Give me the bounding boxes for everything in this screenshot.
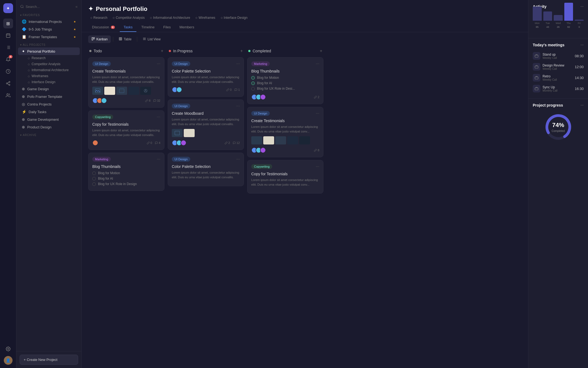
tab-members[interactable]: Members [176,23,198,32]
breadcrumb-infoarch[interactable]: ◇ Informational Architecture [148,15,192,20]
sidebar-item-portfolio[interactable]: ✦ Personal Portfolio [18,47,80,55]
card-meta-td: 8 [314,149,319,152]
nav-share[interactable] [3,79,13,88]
nav-grid[interactable]: ⊞ [3,19,13,28]
check-1 [92,171,96,175]
sidebar-item-daily[interactable]: ⚡ Daily Tasks [18,108,80,116]
col-header-progress: In Progress + [168,46,244,56]
sidebar-item-framer[interactable]: 📋 Framer Templates ★ [18,33,80,41]
sub-item-wireframes[interactable]: ◇ Wireframes [18,73,80,79]
create-project-button[interactable]: + Create New Project [20,355,78,365]
sub-item-competitor[interactable]: ◇ Competitor Analysis [18,61,80,67]
progress-more[interactable]: ··· [580,103,584,107]
breadcrumb-research[interactable]: ◇ Research [88,15,109,20]
all-projects-section[interactable]: ▾ ALL PROJECTS [16,41,81,47]
mb-img-1 [172,129,183,137]
card-create-testimonials-todo[interactable]: UI Design ··· Create Testimonials Lorem … [88,57,164,108]
col-add-todo[interactable]: + [161,49,163,53]
chart-bar-fri: Fri 0 [575,20,584,28]
card-menu-td[interactable]: ··· [316,111,319,116]
tab-discussion[interactable]: Discussion 6 [88,23,119,32]
card-menu-cp2[interactable]: ··· [236,157,240,162]
archive-section[interactable]: ▾ ARCHIVE [16,131,81,138]
card-blog-thumbnails-todo[interactable]: Marketing ··· Blog Thumbnails Blog for M… [88,153,164,191]
card-menu-bd[interactable]: ··· [316,61,319,66]
avatar-solo [92,140,98,146]
sub-item-interface[interactable]: ◇ Interface Design [18,79,80,85]
breadcrumb-interface[interactable]: ◇ Interface Design [219,15,250,20]
card-menu-mb[interactable]: ··· [236,104,240,108]
nav-list[interactable] [3,43,13,52]
sidebar-item-pofo[interactable]: ⊕ Pofo Framer Template [18,93,80,100]
sidebar-item-gamedev[interactable]: ⊕ Game Development [18,116,80,123]
favorites-section[interactable]: ▾ FAVORITES [16,11,81,18]
sidebar-item-job[interactable]: 🔷 9-5 Job Things ★ [18,25,80,33]
tab-timeline[interactable]: Timeline [137,23,158,32]
view-list[interactable]: List View [139,35,164,43]
nav-clock[interactable] [3,67,13,76]
card-menu-cp[interactable]: ··· [236,61,240,66]
portfolio-icon: ✦ [22,49,25,53]
sidebar-collapse[interactable]: « [75,4,78,9]
breadcrumb: ◇ Research ◇ Competitor Analysis ◇ Infor… [88,15,522,20]
col-title-todo: Todo [89,49,102,53]
meeting-standup[interactable]: Stand up Weekly Call 08:30 [533,50,584,61]
meeting-design-review[interactable]: Design Review Weekly Call 12:00 [533,61,584,72]
card-menu-btn-3[interactable]: ··· [157,157,160,162]
sub-item-research[interactable]: ◇ Research [18,55,80,61]
breadcrumb-competitor[interactable]: ◇ Competitor Analysis [111,15,147,20]
search-bar[interactable]: Search... [20,5,75,9]
card-meta-2: 0 4 [147,141,160,144]
td-img-3 [275,136,286,144]
td-img-2 [263,136,274,144]
meeting-syncup[interactable]: Sync Up Monthly Call 16:30 [533,83,584,94]
card-header-3: Marketing ··· [92,157,160,162]
card-avatars-mb [172,140,186,146]
card-copy-testimonials[interactable]: Copywriting ··· Copy for Testimonials Lo… [88,110,164,150]
card-title-2: Copy for Testimonials [92,122,160,126]
card-footer-2: 0 4 [92,140,160,146]
sidebar-item-contra[interactable]: ◎ Contra Projects [18,100,80,108]
breadcrumb-wireframes[interactable]: ◇ Wireframes [193,15,217,20]
meeting-retro[interactable]: Retro Weekly Call 14:30 [533,72,584,83]
col-add-progress[interactable]: + [240,49,243,53]
card-color-palette-2[interactable]: UI Design ··· Color Palette Selection Lo… [168,153,244,186]
meeting-info-1: Stand up Weekly Call [543,53,572,59]
card-color-palette[interactable]: UI Design ··· Color Palette Selection Lo… [168,57,244,97]
sub-item-info-arch[interactable]: ◇ Informational Architecture [18,67,80,73]
app-logo[interactable]: ✦ [3,3,13,13]
tab-tasks[interactable]: Tasks [120,23,136,32]
nav-calendar[interactable] [3,31,13,40]
card-header-td: UI Design ··· [251,111,319,116]
card-images [92,87,160,95]
globe-icon: 🌐 [22,19,26,24]
card-testimonials-done[interactable]: UI Design ··· Create Testimonials Lorem … [247,107,323,157]
sidebar-item-product[interactable]: ⊕ Product Design [18,123,80,131]
meetings-more[interactable]: ··· [580,43,584,47]
card-blog-done[interactable]: Marketing ··· Blog Thumbnails Blog for M… [247,57,323,104]
card-copy-done[interactable]: Copywriting ··· Copy for Testimonials Lo… [247,160,323,194]
activity-more[interactable]: ··· [580,4,584,9]
col-add-done[interactable]: + [320,49,322,53]
column-todo: Todo + UI Design ··· Create Testimonials… [88,46,164,364]
card-menu-btn-2[interactable]: ··· [157,114,160,119]
card-moodboard[interactable]: UI Design ··· Create Moodboard Lorem ips… [168,99,244,150]
user-avatar[interactable]: 👤 [4,356,13,365]
card-desc: Lorem ipsum dolor sit amet, consectetur … [92,75,160,84]
nav-settings[interactable] [3,344,13,354]
card-desc-cp2: Lorem ipsum dolor sit amet, consectetur … [172,170,240,179]
sidebar-item-game-design[interactable]: ⊕ Game Design [18,85,80,93]
col-cards-todo: UI Design ··· Create Testimonials Lorem … [88,57,164,364]
view-kanban[interactable]: Kanban [88,35,111,43]
sidebar-item-international[interactable]: 🌐 International Projects ★ [18,18,80,25]
card-menu-btn[interactable]: ··· [157,61,160,66]
meeting-time-3: 14:30 [575,76,584,80]
nav-bell[interactable]: 6 [3,55,13,64]
tab-files[interactable]: Files [160,23,174,32]
view-table[interactable]: Table [115,35,135,43]
product-icon: ⊕ [22,125,25,129]
nav-users[interactable] [3,91,13,100]
card-menu-copy-done[interactable]: ··· [316,164,319,169]
chart-bar-thu: Thu 82 [564,3,573,28]
svg-rect-35 [535,55,538,57]
